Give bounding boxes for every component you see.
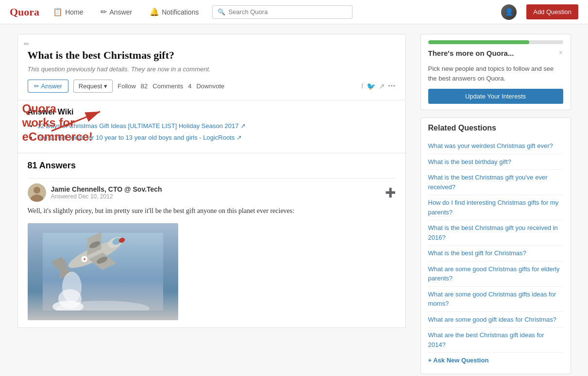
related-question-6[interactable]: What are some good Christmas gifts for e… <box>428 262 563 287</box>
search-icon: 🔍 <box>218 8 225 16</box>
answer-divider <box>28 178 396 179</box>
promo-card-title: There's more on Quora... <box>428 49 514 57</box>
nav-notifications[interactable]: 🔔 Notifications <box>146 5 202 19</box>
social-icons: f 🐦 ↗ ••• <box>361 82 396 91</box>
wiki-item-2: Top 10 Gift Ideas for 10 year to 13 year… <box>37 134 396 142</box>
twitter-icon[interactable]: 🐦 <box>367 82 376 91</box>
related-question-9[interactable]: What are the best Christmas gift ideas f… <box>428 327 563 353</box>
quora-logo[interactable]: Quora <box>10 6 39 18</box>
request-btn-label: Request <box>79 82 102 90</box>
wiki-link-1[interactable]: 12 Days of Christmas Gift Ideas [ULTIMAT… <box>37 122 246 130</box>
downvote-link[interactable]: Downvote <box>196 82 224 90</box>
answered-date: Dec 10, 2012 <box>78 193 113 200</box>
comments-count: 4 <box>188 82 191 90</box>
question-actions: ✏ Answer Request ▾ Follow 82 Comments 4 … <box>28 80 396 93</box>
share-icon[interactable]: ↗ <box>379 82 385 91</box>
sidebar: There's more on Quora... × Pick new peop… <box>420 34 571 376</box>
wiki-link-2-icon: ↗ <box>236 134 242 141</box>
promo-card-desc: Pick new people and topics to follow and… <box>428 64 563 83</box>
author-avatar-image <box>28 183 46 202</box>
wiki-link-2[interactable]: Top 10 Gift Ideas for 10 year to 13 year… <box>37 134 242 141</box>
answer-button[interactable]: ✏ Answer <box>28 80 68 93</box>
related-question-2[interactable]: What is the best Christmas gift you've e… <box>428 170 563 195</box>
promo-card-header: There's more on Quora... × <box>428 49 563 60</box>
search-bar[interactable]: 🔍 <box>212 5 352 19</box>
author-info: Jamie Chennells, CTO @ Sov.Tech Answered… <box>51 185 380 200</box>
author-date: Answered Dec 10, 2012 <box>51 193 380 200</box>
answer-wiki-list: 12 Days of Christmas Gift Ideas [ULTIMAT… <box>28 122 396 142</box>
svg-point-3 <box>34 187 40 194</box>
related-question-0[interactable]: What was your weirdest Christmas gift ev… <box>428 138 563 154</box>
related-question-8[interactable]: What are some good gift ideas for Christ… <box>428 312 563 328</box>
answer-text: Well, it's slightly pricey, but im prett… <box>28 206 396 216</box>
author-avatar <box>28 183 46 202</box>
follow-link[interactable]: Follow <box>118 82 136 90</box>
related-question-3[interactable]: How do I find interesting Christmas gift… <box>428 195 563 220</box>
wiki-link-2-text: Top 10 Gift Ideas for 10 year to 13 year… <box>37 134 235 141</box>
answer-btn-label: Answer <box>41 82 62 90</box>
related-question-4[interactable]: What is the best Christmas gift you rece… <box>428 220 563 245</box>
question-subtitle: This question previously had details. Th… <box>28 65 396 73</box>
add-question-button[interactable]: Add Question <box>526 4 578 19</box>
nav-home[interactable]: 📋 Home <box>49 5 87 19</box>
notifications-label: Notifications <box>162 8 199 16</box>
promo-card: There's more on Quora... × Pick new peop… <box>420 34 571 110</box>
related-question-7[interactable]: What are some good Christmas gifts ideas… <box>428 287 563 312</box>
edit-icon-button[interactable]: ✏ <box>24 40 29 48</box>
answers-section: 81 Answers Jamie Chennells, CTO @ Sov.Te… <box>17 153 406 328</box>
main-content: Quora works for eCommerce! ✏ What is the… <box>17 34 406 376</box>
wiki-link-1-icon: ↗ <box>240 122 246 130</box>
progress-bar-container <box>428 40 563 44</box>
avatar-image: 👤 <box>501 4 517 20</box>
wiki-link-1-text: 12 Days of Christmas Gift Ideas [ULTIMAT… <box>37 122 239 130</box>
related-questions-card: Related Questions What was your weirdest… <box>420 117 571 374</box>
request-button[interactable]: Request ▾ <box>73 80 113 93</box>
airplane-svg <box>40 233 166 311</box>
related-questions-title: Related Questions <box>428 124 563 132</box>
follow-user-button[interactable]: ➕ <box>385 187 396 198</box>
navbar: Quora 📋 Home ✏ Answer 🔔 Notifications 🔍 … <box>0 0 588 24</box>
ask-new-question-link[interactable]: + Ask New Question <box>428 353 563 368</box>
question-title: What is the best Christmas gift? <box>28 49 396 62</box>
request-dropdown-icon: ▾ <box>104 82 107 90</box>
author-name: Jamie Chennells, CTO @ Sov.Tech <box>51 185 380 193</box>
answer-btn-icon: ✏ <box>34 82 39 90</box>
bell-icon: 🔔 <box>150 7 159 16</box>
home-icon: 📋 <box>53 7 63 16</box>
more-icon[interactable]: ••• <box>388 82 396 90</box>
nav-answer[interactable]: ✏ Answer <box>97 5 136 19</box>
home-label: Home <box>65 8 83 16</box>
comments-link[interactable]: Comments <box>152 82 183 90</box>
page-container: Quora works for eCommerce! ✏ What is the… <box>8 24 581 376</box>
answer-wiki: Answer Wiki 12 Days of Christmas Gift Id… <box>17 100 406 153</box>
close-promo-button[interactable]: × <box>558 49 563 57</box>
answer-label: Answer <box>109 8 132 16</box>
related-question-5[interactable]: What is the best gift for Christmas? <box>428 245 563 262</box>
progress-bar-fill <box>428 40 530 44</box>
avatar[interactable]: 👤 <box>501 4 517 20</box>
answer-wiki-title: Answer Wiki <box>28 108 396 116</box>
answered-label: Answered <box>51 193 77 200</box>
update-interests-button[interactable]: Update Your Interests <box>428 89 563 104</box>
answer-icon: ✏ <box>101 7 107 16</box>
answers-count: 81 Answers <box>28 161 396 171</box>
answer-image <box>28 223 178 320</box>
search-input[interactable] <box>228 8 347 16</box>
related-question-1[interactable]: What is the best birthday gift? <box>428 154 563 170</box>
wiki-item-1: 12 Days of Christmas Gift Ideas [ULTIMAT… <box>37 122 396 130</box>
question-section: ✏ What is the best Christmas gift? This … <box>17 34 406 100</box>
follow-count: 82 <box>141 82 148 90</box>
facebook-icon[interactable]: f <box>361 82 364 90</box>
answer-author: Jamie Chennells, CTO @ Sov.Tech Answered… <box>28 183 396 202</box>
